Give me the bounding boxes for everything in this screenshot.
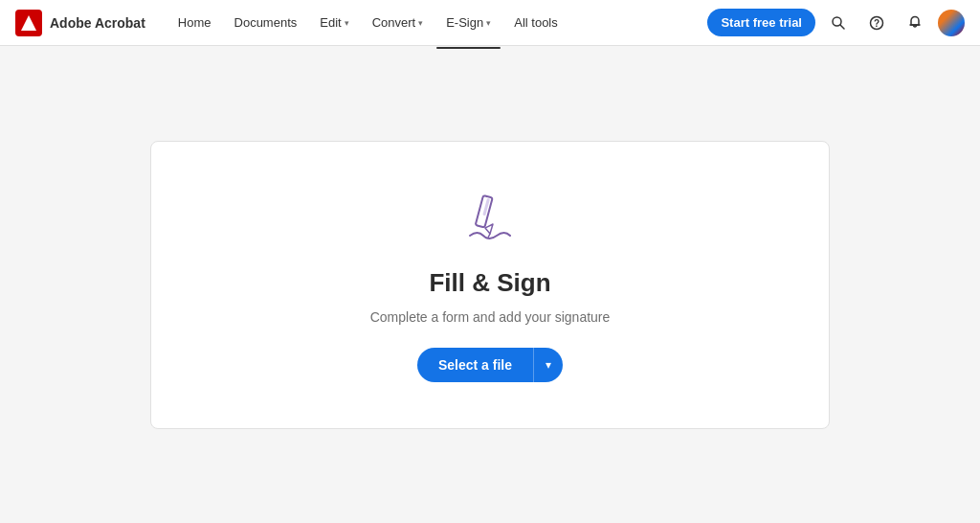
brand-name: Adobe Acrobat bbox=[50, 15, 145, 31]
chevron-down-icon: ▾ bbox=[546, 358, 551, 372]
adobe-logo-icon bbox=[15, 10, 42, 36]
svg-line-7 bbox=[488, 234, 490, 238]
chevron-down-icon: ▾ bbox=[345, 18, 349, 28]
start-trial-button[interactable]: Start free trial bbox=[707, 9, 815, 36]
card-subtitle: Complete a form and add your signature bbox=[370, 309, 611, 325]
nav-all-tools[interactable]: All tools bbox=[504, 10, 568, 35]
search-button[interactable] bbox=[823, 8, 854, 38]
svg-marker-0 bbox=[21, 15, 36, 31]
nav-edit[interactable]: Edit ▾ bbox=[310, 10, 358, 35]
svg-text:?: ? bbox=[874, 18, 880, 29]
notifications-button[interactable] bbox=[900, 8, 930, 38]
select-file-button[interactable]: Select a file bbox=[417, 348, 533, 382]
card-actions: Select a file ▾ bbox=[417, 348, 563, 382]
fill-sign-card: Fill & Sign Complete a form and add your… bbox=[150, 141, 830, 429]
chevron-down-icon: ▾ bbox=[486, 18, 491, 28]
nav-esign[interactable]: E-Sign ▾ bbox=[436, 10, 501, 35]
main-content: Fill & Sign Complete a form and add your… bbox=[0, 46, 980, 523]
main-nav: Home Documents Edit ▾ Convert ▾ E-Sign ▾… bbox=[168, 10, 708, 35]
file-options-dropdown-button[interactable]: ▾ bbox=[533, 348, 563, 382]
nav-convert[interactable]: Convert ▾ bbox=[363, 10, 434, 35]
app-header: Adobe Acrobat Home Documents Edit ▾ Conv… bbox=[0, 0, 980, 46]
header-actions: Start free trial ? bbox=[707, 8, 965, 38]
chevron-down-icon: ▾ bbox=[418, 18, 423, 28]
logo-area: Adobe Acrobat bbox=[15, 10, 145, 36]
fill-sign-icon bbox=[457, 188, 523, 249]
svg-marker-6 bbox=[485, 224, 493, 234]
card-title: Fill & Sign bbox=[429, 268, 550, 298]
help-button[interactable]: ? bbox=[861, 8, 892, 38]
nav-home[interactable]: Home bbox=[168, 10, 221, 35]
user-avatar[interactable] bbox=[938, 10, 965, 36]
svg-line-2 bbox=[840, 25, 844, 29]
nav-documents[interactable]: Documents bbox=[225, 10, 307, 35]
